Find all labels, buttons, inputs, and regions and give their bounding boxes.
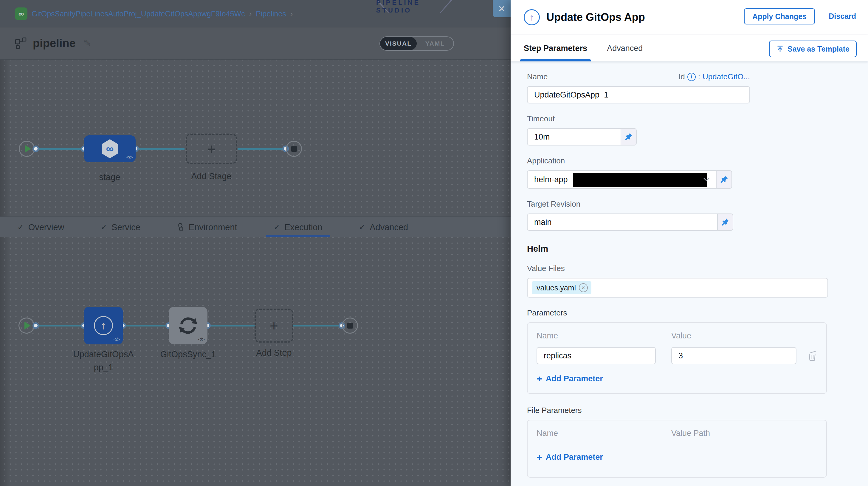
stop-icon bbox=[347, 323, 353, 329]
top-navigation-bar: ∞ GitOpsSanityPipeLinesAutoProj_UpdateGi… bbox=[0, 0, 510, 27]
update-step-label: UpdateGitOpsA bbox=[73, 350, 133, 359]
parameter-row bbox=[536, 347, 817, 364]
step-id-link[interactable]: UpdateGitO... bbox=[703, 72, 750, 82]
tab-overview[interactable]: ✓ Overview bbox=[17, 217, 64, 237]
remove-value-file-icon[interactable]: ✕ bbox=[579, 283, 588, 292]
check-icon: ✓ bbox=[100, 222, 107, 232]
visual-toggle-option[interactable]: VISUAL bbox=[380, 37, 417, 50]
plus-icon: + bbox=[207, 141, 216, 157]
pipeline-hierarchy-icon bbox=[14, 37, 27, 50]
add-parameter-button[interactable]: + Add Parameter bbox=[536, 373, 817, 384]
parameter-value-input[interactable] bbox=[671, 347, 797, 364]
panel-title: Update GitOps App bbox=[547, 11, 645, 24]
plus-icon: + bbox=[270, 317, 278, 334]
stage-tabs-bar: ✓ Overview ✓ Service Environment ✓ Execu… bbox=[0, 216, 510, 237]
add-file-parameter-button[interactable]: + Add Parameter bbox=[536, 452, 817, 463]
target-revision-input[interactable] bbox=[527, 213, 718, 231]
pushpin-icon bbox=[721, 218, 730, 226]
timeout-pin-button[interactable] bbox=[621, 128, 637, 146]
step-parameters-form: Name Id i : UpdateGitO... Timeout bbox=[510, 61, 868, 486]
update-step-label-line2: pp_1 bbox=[94, 363, 113, 372]
connector-line bbox=[208, 325, 254, 327]
timeout-field-label: Timeout bbox=[527, 114, 868, 123]
tab-advanced[interactable]: ✓ Advanced bbox=[359, 217, 408, 237]
stage-node[interactable]: ∞ </> bbox=[84, 135, 135, 162]
save-template-upload-icon bbox=[776, 45, 784, 53]
id-label: Id bbox=[678, 72, 685, 82]
play-icon bbox=[25, 322, 31, 330]
add-stage-label[interactable]: Add Stage bbox=[191, 172, 231, 181]
delete-parameter-trash-icon[interactable] bbox=[807, 350, 817, 361]
apply-changes-button[interactable]: Apply Changes bbox=[744, 8, 815, 25]
helm-section-heading: Helm bbox=[527, 244, 868, 254]
connector-line bbox=[35, 148, 84, 150]
tab-execution[interactable]: ✓ Execution bbox=[274, 217, 322, 237]
name-input[interactable] bbox=[527, 86, 750, 103]
chevron-down-icon bbox=[702, 177, 711, 183]
tab-service[interactable]: ✓ Service bbox=[100, 217, 140, 237]
panel-tabs-bar: Step Parameters Advanced Save as Templat… bbox=[510, 35, 868, 61]
execution-canvas[interactable]: ↑ </> </> + UpdateGitOpsA pp_1 bbox=[0, 237, 510, 486]
add-step-label[interactable]: Add Step bbox=[256, 348, 291, 358]
add-stage-node[interactable]: + bbox=[186, 133, 237, 164]
target-revision-pin-button[interactable] bbox=[718, 213, 733, 231]
parameters-section-heading: Parameters bbox=[527, 308, 868, 317]
code-icon: </> bbox=[198, 337, 205, 342]
environment-hexagon-icon bbox=[177, 223, 185, 231]
tab-step-parameters[interactable]: Step Parameters bbox=[524, 35, 587, 61]
target-revision-field-label: Target Revision bbox=[527, 200, 868, 209]
plus-icon: + bbox=[536, 373, 542, 384]
check-icon: ✓ bbox=[359, 222, 366, 232]
pipeline-name: pipeline bbox=[33, 37, 76, 50]
pipeline-studio-badge: PIPELINE STUDIO bbox=[376, 0, 453, 13]
value-files-field-label: Value Files bbox=[527, 264, 868, 273]
file-parameters-value-path-column-header: Value Path bbox=[671, 429, 710, 438]
application-select[interactable]: helm-app bbox=[527, 170, 717, 189]
check-icon: ✓ bbox=[274, 222, 280, 232]
tab-environment[interactable]: Environment bbox=[177, 217, 237, 237]
sync-refresh-icon bbox=[177, 314, 199, 337]
step-config-panel: ↑ Update GitOps App Apply Changes Discar… bbox=[510, 0, 868, 486]
application-field-label: Application bbox=[527, 156, 868, 165]
tab-advanced-panel[interactable]: Advanced bbox=[607, 35, 643, 61]
connector-line bbox=[35, 325, 84, 327]
save-as-template-button[interactable]: Save as Template bbox=[769, 40, 857, 57]
breadcrumb-pipelines-link[interactable]: Pipelines bbox=[256, 9, 286, 18]
flow-end-node bbox=[286, 141, 302, 157]
gitops-sync-step-node[interactable]: </> bbox=[169, 307, 208, 344]
value-files-input[interactable]: values.yaml ✕ bbox=[527, 278, 828, 298]
app-root: ∞ GitOpsSanityPipeLinesAutoProj_UpdateGi… bbox=[0, 0, 868, 486]
timeout-input[interactable] bbox=[527, 128, 621, 146]
add-step-node[interactable]: + bbox=[254, 309, 293, 342]
pushpin-icon bbox=[719, 175, 728, 184]
update-gitops-app-step-node[interactable]: ↑ </> bbox=[84, 307, 123, 344]
info-icon[interactable]: i bbox=[687, 73, 696, 81]
name-field-label: Name bbox=[527, 72, 548, 82]
connector-line bbox=[238, 148, 286, 150]
project-logo-icon: ∞ bbox=[15, 7, 27, 20]
code-icon: </> bbox=[113, 337, 120, 342]
code-icon: </> bbox=[126, 154, 133, 160]
value-file-chip-label: values.yaml bbox=[536, 283, 576, 292]
pipeline-studio-dimmed-region: ∞ GitOpsSanityPipeLinesAutoProj_UpdateGi… bbox=[0, 0, 510, 486]
visual-yaml-toggle[interactable]: VISUAL YAML bbox=[379, 36, 454, 51]
breadcrumb-project-link[interactable]: GitOpsSanityPipeLinesAutoProj_UpdateGitO… bbox=[32, 9, 245, 18]
panel-header: ↑ Update GitOps App Apply Changes Discar… bbox=[510, 0, 868, 35]
application-pin-button[interactable] bbox=[717, 170, 732, 189]
edit-pipeline-name-icon[interactable]: ✎ bbox=[84, 37, 92, 49]
redacted-application-value bbox=[573, 173, 707, 187]
yaml-toggle-option[interactable]: YAML bbox=[417, 37, 454, 50]
close-studio-button[interactable]: ✕ bbox=[493, 0, 510, 17]
connector-line bbox=[293, 325, 342, 327]
value-file-chip: values.yaml ✕ bbox=[532, 281, 591, 294]
pushpin-icon bbox=[624, 132, 633, 141]
stage-canvas[interactable]: ∞ </> + stage Add Stage bbox=[0, 60, 510, 216]
pipeline-title-bar: pipeline ✎ VISUAL YAML bbox=[0, 27, 510, 60]
update-gitops-app-icon: ↑ bbox=[94, 316, 113, 335]
connector-line bbox=[135, 148, 185, 150]
parameter-name-input[interactable] bbox=[536, 347, 656, 364]
discard-button[interactable]: Discard bbox=[829, 12, 856, 21]
flow-end-node bbox=[342, 317, 358, 334]
file-parameters-name-column-header: Name bbox=[536, 429, 671, 438]
stage-node-label: stage bbox=[99, 172, 120, 182]
